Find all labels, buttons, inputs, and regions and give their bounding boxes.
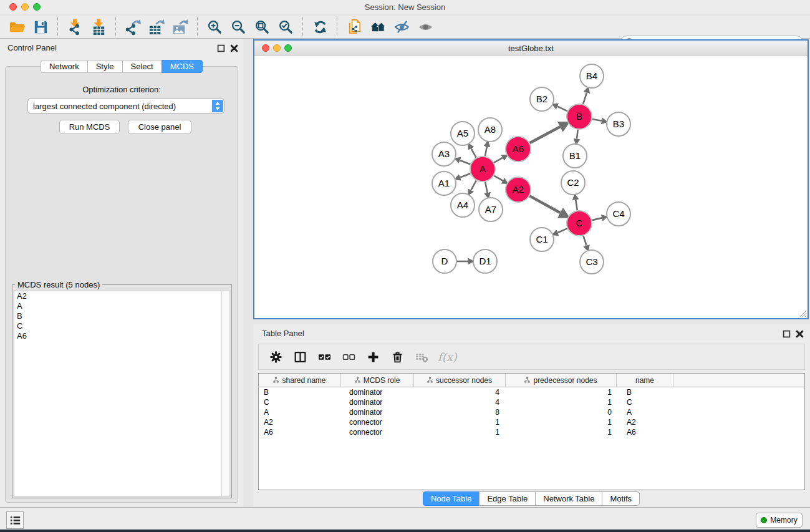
column-header-MCDS-role[interactable]: MCDS role bbox=[341, 374, 414, 387]
float-panel-icon[interactable] bbox=[217, 44, 225, 52]
mcds-result-item[interactable]: A2 bbox=[14, 291, 229, 301]
graph-node-C1[interactable]: C1 bbox=[530, 228, 554, 251]
cell-predecessor-nodes[interactable]: 1 bbox=[506, 387, 617, 397]
column-header-successor-nodes[interactable]: successor nodes bbox=[414, 374, 506, 387]
cell-successor-nodes[interactable]: 1 bbox=[414, 427, 506, 437]
tab-network[interactable]: Network bbox=[41, 60, 88, 73]
graph-node-C3[interactable]: C3 bbox=[580, 250, 604, 274]
cell-shared-name[interactable]: C bbox=[259, 397, 341, 407]
column-header-predecessor-nodes[interactable]: predecessor nodes bbox=[506, 374, 617, 387]
scrollbar-track[interactable] bbox=[221, 291, 229, 496]
graph-node-D[interactable]: D bbox=[433, 249, 456, 273]
cell-predecessor-nodes[interactable]: 1 bbox=[506, 427, 617, 437]
tab-node-table[interactable]: Node Table bbox=[423, 491, 480, 506]
select-all-icon[interactable] bbox=[316, 349, 332, 364]
float-panel-icon[interactable] bbox=[783, 329, 791, 337]
table-row[interactable]: A2connector11A2 bbox=[259, 417, 804, 427]
table-row[interactable]: A6connector11A6 bbox=[259, 427, 804, 437]
zoom-fit-icon[interactable] bbox=[253, 17, 271, 36]
graph-node-A[interactable]: A bbox=[470, 157, 495, 181]
cell-MCDS-role[interactable]: dominator bbox=[341, 407, 414, 417]
optimization-dropdown[interactable]: largest connected component (directed) bbox=[27, 99, 224, 114]
graph-node-A1[interactable]: A1 bbox=[432, 172, 456, 195]
graph-node-B[interactable]: B bbox=[567, 104, 592, 129]
cell-name[interactable]: C bbox=[617, 397, 673, 407]
hide-preview-icon[interactable] bbox=[392, 17, 411, 36]
task-history-button[interactable] bbox=[6, 511, 24, 529]
graph-node-D1[interactable]: D1 bbox=[473, 249, 497, 273]
cell-name[interactable]: B bbox=[617, 387, 673, 397]
export-image-icon[interactable] bbox=[171, 17, 190, 36]
tab-mcds[interactable]: MCDS bbox=[162, 60, 203, 73]
edge-B-B1[interactable] bbox=[577, 130, 578, 139]
cell-MCDS-role[interactable]: connector bbox=[341, 427, 414, 437]
edge-A-A5[interactable] bbox=[471, 148, 476, 158]
cell-name[interactable]: A6 bbox=[617, 427, 673, 437]
home-icon[interactable] bbox=[369, 17, 387, 36]
table-row[interactable]: Cdominator41C bbox=[259, 397, 804, 407]
save-session-icon[interactable] bbox=[31, 17, 50, 36]
cell-successor-nodes[interactable]: 4 bbox=[414, 397, 506, 407]
open-session-icon[interactable] bbox=[7, 17, 26, 36]
graph-node-C2[interactable]: C2 bbox=[561, 171, 585, 195]
memory-button[interactable]: Memory bbox=[756, 513, 803, 528]
tab-network-table[interactable]: Network Table bbox=[535, 491, 602, 506]
show-preview-icon[interactable] bbox=[416, 17, 435, 36]
import-table-icon[interactable] bbox=[89, 17, 108, 36]
table-row[interactable]: Bdominator41B bbox=[259, 387, 804, 397]
export-network-icon[interactable] bbox=[123, 17, 142, 36]
close-panel-button[interactable]: Close panel bbox=[128, 120, 191, 134]
tab-select[interactable]: Select bbox=[122, 60, 162, 73]
edge-A-A7[interactable] bbox=[485, 182, 487, 193]
column-layout-icon[interactable] bbox=[292, 349, 308, 364]
edge-C-C3[interactable] bbox=[583, 236, 586, 246]
cell-name[interactable]: A2 bbox=[617, 417, 673, 427]
cell-successor-nodes[interactable]: 1 bbox=[414, 417, 506, 427]
run-mcds-button[interactable]: Run MCDS bbox=[59, 120, 120, 134]
cell-name[interactable]: A bbox=[617, 407, 673, 417]
edge-A-A3[interactable] bbox=[460, 160, 471, 164]
tab-edge-table[interactable]: Edge Table bbox=[479, 491, 536, 506]
cell-MCDS-role[interactable]: dominator bbox=[341, 387, 414, 397]
graph-node-B3[interactable]: B3 bbox=[607, 112, 630, 136]
graph-node-A4[interactable]: A4 bbox=[451, 193, 475, 217]
network-canvas[interactable]: B4B2BB3A5A8A6B1A3AC2A1A2A4A7C4CC1C3DD1 bbox=[254, 56, 808, 318]
graph-node-B2[interactable]: B2 bbox=[530, 87, 554, 111]
cell-shared-name[interactable]: A2 bbox=[259, 417, 341, 427]
graph-node-A8[interactable]: A8 bbox=[478, 118, 502, 142]
edge-B-B2[interactable] bbox=[557, 107, 567, 111]
mcds-result-item[interactable]: A bbox=[14, 301, 229, 311]
zoom-in-icon[interactable] bbox=[205, 17, 224, 36]
settings-gear-icon[interactable] bbox=[268, 349, 284, 364]
export-table-icon[interactable] bbox=[147, 17, 166, 36]
graph-node-B4[interactable]: B4 bbox=[580, 64, 604, 88]
column-header-name[interactable]: name bbox=[617, 374, 673, 387]
cell-shared-name[interactable]: A6 bbox=[259, 427, 341, 437]
graph-node-A7[interactable]: A7 bbox=[479, 198, 503, 221]
deselect-all-icon[interactable] bbox=[340, 349, 357, 364]
graph-node-A5[interactable]: A5 bbox=[451, 122, 475, 145]
cell-shared-name[interactable]: B bbox=[259, 387, 341, 397]
cell-successor-nodes[interactable]: 8 bbox=[414, 407, 506, 417]
cell-predecessor-nodes[interactable]: 1 bbox=[506, 417, 617, 427]
edge-B-B3[interactable] bbox=[592, 119, 602, 121]
edge-A-A2[interactable] bbox=[494, 176, 503, 181]
edge-A-A6[interactable] bbox=[494, 158, 503, 163]
cell-MCDS-role[interactable]: dominator bbox=[341, 397, 414, 407]
cell-predecessor-nodes[interactable]: 0 bbox=[506, 407, 617, 417]
edge-C-C2[interactable] bbox=[576, 200, 577, 210]
refresh-icon[interactable] bbox=[311, 17, 329, 36]
cell-MCDS-role[interactable]: connector bbox=[341, 417, 414, 427]
graph-node-A6[interactable]: A6 bbox=[506, 137, 531, 162]
graph-node-A3[interactable]: A3 bbox=[432, 142, 456, 166]
tab-motifs[interactable]: Motifs bbox=[602, 491, 640, 506]
graph-node-B1[interactable]: B1 bbox=[563, 144, 587, 168]
table-row[interactable]: Adominator80A bbox=[259, 407, 804, 417]
graph-node-A2[interactable]: A2 bbox=[506, 177, 531, 202]
close-panel-icon[interactable] bbox=[230, 44, 238, 52]
cell-predecessor-nodes[interactable]: 1 bbox=[506, 397, 617, 407]
import-network-icon[interactable] bbox=[65, 17, 84, 36]
edge-A6-B[interactable] bbox=[530, 127, 561, 143]
edge-B-B4[interactable] bbox=[583, 92, 587, 104]
close-panel-icon[interactable] bbox=[796, 329, 804, 337]
